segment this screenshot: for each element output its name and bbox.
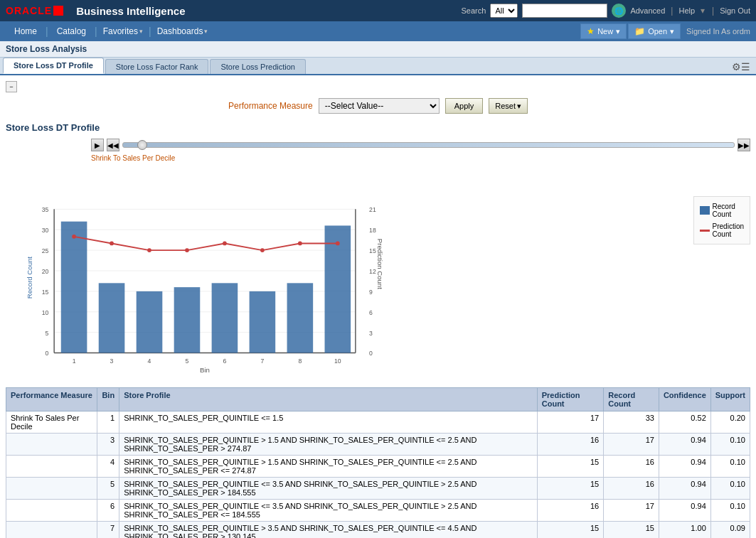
- cell-bin: 5: [97, 478, 119, 500]
- favorites-arrow: ▾: [139, 28, 143, 35]
- tab-store-loss-prediction[interactable]: Store Loss Prediction: [210, 59, 306, 74]
- cell-confidence: 0.94: [659, 500, 710, 522]
- svg-rect-29: [61, 222, 87, 353]
- cell-bin: 7: [97, 522, 119, 539]
- svg-point-46: [72, 235, 76, 239]
- nav-catalog[interactable]: Catalog: [48, 21, 95, 41]
- slider-label: Shrink To Sales Per Decile: [91, 154, 750, 162]
- svg-text:15: 15: [42, 289, 49, 296]
- svg-text:30: 30: [42, 227, 49, 234]
- svg-text:10: 10: [334, 357, 341, 365]
- svg-point-51: [260, 248, 265, 252]
- cell-profile: SHRINK_TO_SALES_PER_QUINTILE > 1.5 AND S…: [119, 456, 538, 478]
- cell-bin: 3: [97, 434, 119, 456]
- cell-perf-measure: Shrink To Sales Per Decile: [6, 411, 97, 434]
- oracle-box: [53, 6, 63, 16]
- svg-rect-35: [287, 283, 314, 353]
- svg-text:6: 6: [223, 357, 227, 365]
- cell-support: 0.10: [710, 434, 750, 456]
- th-confidence: Confidence: [659, 388, 710, 411]
- svg-text:21: 21: [369, 206, 376, 213]
- top-bar: ORACLE Business Intelligence Search All …: [0, 0, 756, 21]
- svg-text:7: 7: [260, 357, 264, 365]
- filter-row: Performance Measure --Select Value-- App…: [6, 98, 750, 114]
- svg-rect-34: [250, 291, 276, 353]
- cell-rec-count: 16: [604, 456, 659, 478]
- new-button[interactable]: ★ New ▾: [580, 23, 627, 39]
- forward-button[interactable]: ▶▶: [738, 139, 750, 151]
- oracle-text: ORACLE: [6, 5, 52, 16]
- settings-icon-button[interactable]: ⚙☰: [729, 60, 753, 74]
- open-button[interactable]: 📁 Open ▾: [628, 23, 681, 39]
- bi-title: Business Intelligence: [76, 5, 461, 17]
- signed-in-label: Signed In As ordm: [686, 27, 750, 36]
- cell-profile: SHRINK_TO_SALES_PER_QUINTILE > 3.5 AND S…: [119, 522, 538, 539]
- nav-dashboards[interactable]: Dashboards ▾: [151, 21, 214, 41]
- svg-rect-32: [174, 287, 201, 353]
- svg-rect-30: [99, 283, 125, 353]
- slider-track[interactable]: [122, 142, 735, 148]
- cell-perf-measure: [6, 434, 97, 456]
- content-area: − Performance Measure --Select Value-- A…: [0, 75, 756, 538]
- legend-record-count-label: RecordCount: [713, 203, 735, 218]
- cell-rec-count: 16: [604, 478, 659, 500]
- star-icon: ★: [587, 26, 595, 36]
- signout-link[interactable]: Sign Out: [720, 6, 750, 15]
- search-input[interactable]: [522, 4, 607, 18]
- th-record-count: Record Count: [604, 388, 659, 411]
- cell-support: 0.10: [710, 500, 750, 522]
- legend-prediction-count-label: PredictionCount: [713, 222, 744, 238]
- th-support: Support: [710, 388, 750, 411]
- cell-profile: SHRINK_TO_SALES_PER_QUINTILE <= 3.5 AND …: [119, 500, 538, 522]
- reset-button[interactable]: Reset ▾: [489, 98, 528, 114]
- cell-rec-count: 33: [604, 411, 659, 434]
- cell-perf-measure: [6, 456, 97, 478]
- play-button[interactable]: ▶: [91, 139, 104, 151]
- slider-row: ▶ ◀◀ ▶▶: [91, 139, 750, 151]
- help-link[interactable]: Help: [678, 6, 695, 15]
- svg-point-47: [110, 242, 114, 246]
- apply-button[interactable]: Apply: [445, 98, 484, 114]
- svg-point-48: [147, 248, 151, 252]
- cell-bin: 6: [97, 500, 119, 522]
- performance-measure-select[interactable]: --Select Value--: [319, 98, 440, 114]
- tab-settings: ⚙☰: [729, 60, 753, 74]
- nav-home[interactable]: Home: [6, 21, 46, 41]
- collapse-button[interactable]: −: [6, 81, 17, 92]
- slider-thumb[interactable]: [137, 140, 147, 150]
- cell-perf-measure: [6, 478, 97, 500]
- th-store-profile: Store Profile: [119, 388, 538, 411]
- cell-perf-measure: [6, 522, 97, 539]
- tab-store-loss-dt-profile[interactable]: Store Loss DT Profile: [3, 58, 104, 74]
- th-bin: Bin: [97, 388, 119, 411]
- globe-icon[interactable]: 🌐: [612, 4, 626, 18]
- cell-confidence: 0.94: [659, 456, 710, 478]
- table-row: Shrink To Sales Per Decile 1 SHRINK_TO_S…: [6, 411, 750, 434]
- svg-text:8: 8: [298, 357, 302, 365]
- search-select[interactable]: All: [490, 4, 518, 18]
- cell-pred-count: 15: [537, 456, 604, 478]
- svg-text:20: 20: [42, 268, 49, 275]
- oracle-logo: ORACLE: [6, 5, 63, 16]
- back-button[interactable]: ◀◀: [107, 139, 119, 151]
- svg-text:25: 25: [42, 247, 49, 254]
- table-row: 3 SHRINK_TO_SALES_PER_QUINTILE > 1.5 AND…: [6, 434, 750, 456]
- svg-point-52: [298, 242, 302, 246]
- legend-bar-icon: [700, 206, 710, 215]
- svg-text:3: 3: [110, 357, 114, 365]
- svg-text:0: 0: [46, 350, 49, 357]
- svg-text:5: 5: [46, 330, 49, 337]
- table-row: 6 SHRINK_TO_SALES_PER_QUINTILE <= 3.5 AN…: [6, 500, 750, 522]
- cell-support: 0.10: [710, 478, 750, 500]
- cell-confidence: 0.94: [659, 478, 710, 500]
- cell-support: 0.09: [710, 522, 750, 539]
- folder-icon: 📁: [634, 26, 645, 36]
- cell-rec-count: 17: [604, 500, 659, 522]
- legend-line-icon: [700, 230, 710, 232]
- tab-store-loss-factor-rank[interactable]: Store Loss Factor Rank: [105, 59, 209, 74]
- svg-text:9: 9: [369, 289, 373, 296]
- nav-favorites[interactable]: Favorites ▾: [97, 21, 149, 41]
- cell-confidence: 1.00: [659, 522, 710, 539]
- advanced-link[interactable]: Advanced: [630, 6, 665, 15]
- chart-section-title: Store Loss DT Profile: [6, 122, 750, 133]
